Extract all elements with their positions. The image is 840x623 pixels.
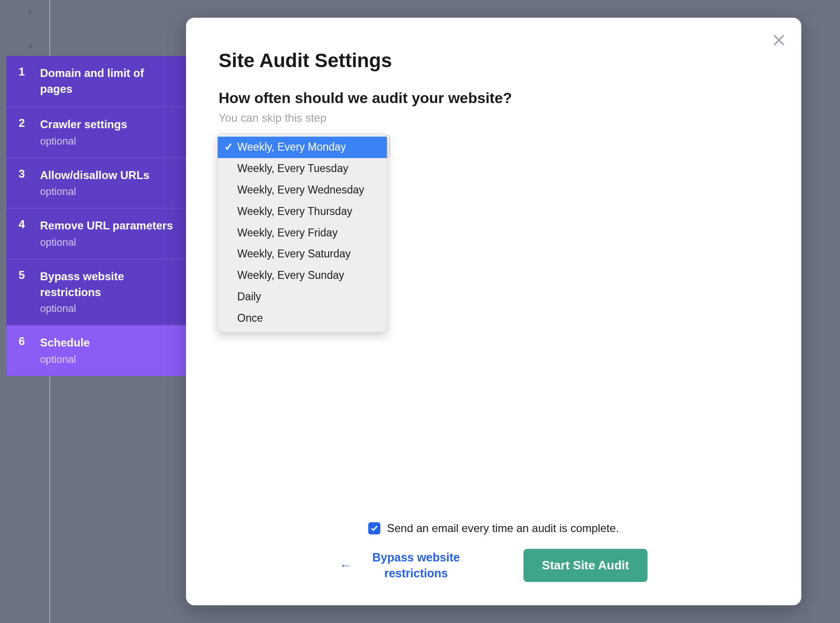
close-button[interactable] <box>768 29 790 51</box>
step-number: 3 <box>19 167 40 180</box>
site-audit-settings-modal: Site Audit Settings How often should we … <box>186 18 801 605</box>
step-remove-url-parameters[interactable]: 4 Remove URL parameters optional <box>7 208 186 259</box>
dropdown-option-weekly-friday[interactable]: Weekly, Every Friday <box>218 222 387 244</box>
modal-title: Site Audit Settings <box>219 49 769 72</box>
dropdown-option-weekly-tuesday[interactable]: Weekly, Every Tuesday <box>218 158 387 180</box>
step-number: 6 <box>19 335 40 348</box>
dropdown-option-weekly-saturday[interactable]: Weekly, Every Saturday <box>218 243 387 265</box>
step-crawler-settings[interactable]: 2 Crawler settings optional <box>7 107 186 158</box>
dropdown-menu: Weekly, Every Monday Weekly, Every Tuesd… <box>217 133 387 332</box>
step-title: Allow/disallow URLs <box>40 167 176 183</box>
dropdown-option-daily[interactable]: Daily <box>218 286 387 308</box>
dropdown-option-weekly-wednesday[interactable]: Weekly, Every Wednesday <box>218 180 387 201</box>
step-title: Crawler settings <box>40 117 176 132</box>
back-button[interactable]: ← Bypass website restrictions <box>340 550 468 581</box>
start-site-audit-button[interactable]: Start Site Audit <box>523 549 648 582</box>
step-domain-limit[interactable]: 1 Domain and limit of pages <box>7 56 186 107</box>
step-allow-disallow-urls[interactable]: 3 Allow/disallow URLs optional <box>7 158 186 209</box>
modal-subtitle: How often should we audit your website? <box>219 90 769 107</box>
check-icon <box>371 525 378 532</box>
chevron-right-icon: › <box>28 37 32 52</box>
step-title: Schedule <box>40 335 176 351</box>
back-label: Bypass website restrictions <box>365 550 468 581</box>
step-number: 5 <box>19 269 40 282</box>
wizard-steps-sidebar: 1 Domain and limit of pages 2 Crawler se… <box>7 56 186 376</box>
close-icon <box>771 33 786 48</box>
email-checkbox-label: Send an email every time an audit is com… <box>387 522 619 535</box>
step-bypass-restrictions[interactable]: 5 Bypass website restrictions optional <box>7 259 186 325</box>
step-number: 1 <box>19 65 40 78</box>
dropdown-option-weekly-monday[interactable]: Weekly, Every Monday <box>218 137 387 158</box>
bg-text: nat? <box>0 485 22 498</box>
step-title: Remove URL parameters <box>40 218 176 234</box>
dropdown-option-once[interactable]: Once <box>218 308 387 329</box>
chevron-right-icon: › <box>28 4 32 19</box>
step-optional-label: optional <box>40 353 176 366</box>
modal-footer: Send an email every time an audit is com… <box>219 522 769 582</box>
arrow-left-icon: ← <box>340 558 352 573</box>
email-checkbox-row: Send an email every time an audit is com… <box>219 522 769 535</box>
dropdown-option-weekly-sunday[interactable]: Weekly, Every Sunday <box>218 265 387 286</box>
step-optional-label: optional <box>40 135 176 147</box>
footer-actions: ← Bypass website restrictions Start Site… <box>219 549 769 582</box>
step-optional-label: optional <box>40 186 176 198</box>
bg-text: ram <box>0 387 19 400</box>
bg-text: se or <box>0 415 25 428</box>
step-title: Domain and limit of pages <box>40 65 176 97</box>
step-optional-label: optional <box>40 303 176 315</box>
modal-hint: You can skip this step <box>219 111 769 125</box>
step-number: 4 <box>19 218 40 231</box>
step-schedule[interactable]: 6 Schedule optional <box>7 325 186 376</box>
step-optional-label: optional <box>40 236 176 249</box>
step-number: 2 <box>19 117 40 130</box>
step-title: Bypass website restrictions <box>40 269 176 300</box>
bg-text: w <box>0 457 8 470</box>
dropdown-option-weekly-thursday[interactable]: Weekly, Every Thursday <box>218 201 387 222</box>
schedule-dropdown[interactable]: Weekly, Every Monday Weekly, Every Tuesd… <box>219 135 769 158</box>
email-checkbox[interactable] <box>368 522 380 534</box>
